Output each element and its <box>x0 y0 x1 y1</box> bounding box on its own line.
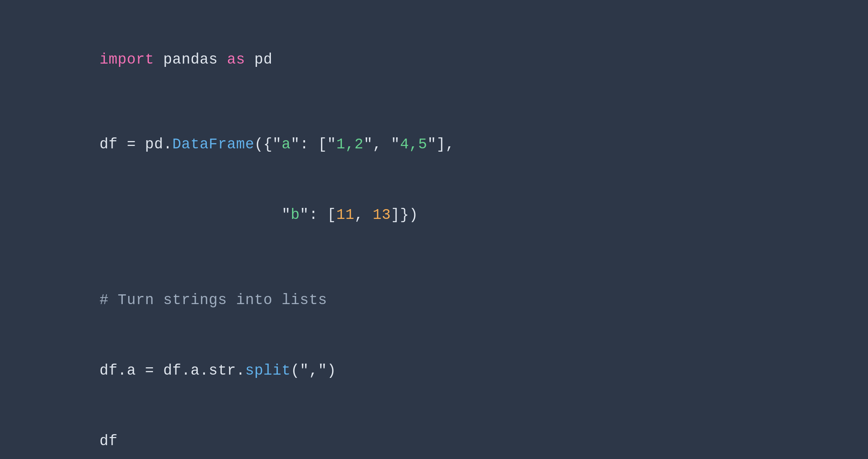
code-text: df.a = df.a.str. <box>100 362 245 379</box>
number-11: 11 <box>336 207 354 223</box>
code-comment: # Turn strings into lists <box>100 292 327 309</box>
keyword-as: as <box>227 51 246 68</box>
code-line-3: "b": [11, 13]}) <box>45 180 455 251</box>
code-text: pandas <box>154 51 227 68</box>
code-text: "], <box>427 136 455 153</box>
code-text: df <box>100 433 118 450</box>
code-line-6: df <box>45 406 455 459</box>
code-section: import pandas as pd df = pd.DataFrame({"… <box>0 0 868 459</box>
code-block: import pandas as pd df = pd.DataFrame({"… <box>45 24 455 459</box>
code-spacer <box>45 250 455 265</box>
code-text: ({" <box>254 136 281 153</box>
code-line-4: # Turn strings into lists <box>45 265 455 335</box>
code-text: ": [ <box>300 207 336 223</box>
method-dataframe: DataFrame <box>173 136 255 153</box>
string-b: b <box>291 207 300 223</box>
code-text: ": [" <box>291 136 337 153</box>
keyword-import: import <box>100 51 154 68</box>
code-text: ", " <box>363 136 400 153</box>
code-spacer <box>45 95 455 110</box>
code-text: , <box>354 207 373 223</box>
code-line-1: import pandas as pd <box>45 24 455 95</box>
string-45: 4,5 <box>400 136 427 153</box>
code-text: " <box>100 207 291 223</box>
code-line-5: df.a = df.a.str.split(",") <box>45 335 455 406</box>
string-12: 1,2 <box>336 136 363 153</box>
code-text: pd <box>245 51 272 68</box>
code-line-2: df = pd.DataFrame({"a": ["1,2", "4,5"], <box>45 110 455 180</box>
method-split: split <box>245 362 291 379</box>
code-text: ]}) <box>391 207 418 223</box>
number-13: 13 <box>373 207 391 223</box>
code-text: df = pd. <box>100 136 173 153</box>
string-a: a <box>281 136 290 153</box>
